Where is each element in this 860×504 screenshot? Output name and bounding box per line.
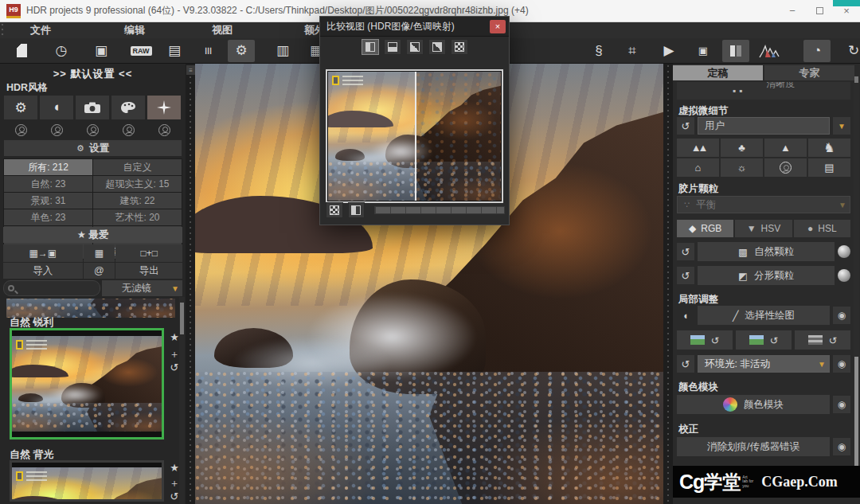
document-preset-button[interactable]: ▤ [808, 158, 850, 177]
panel-header[interactable]: >> 默认设置 << [0, 67, 186, 81]
zoom-slider[interactable] [374, 206, 505, 214]
collapse-left-panel-button[interactable]: ≡ [186, 65, 195, 75]
vertical-split-button[interactable] [362, 39, 379, 55]
zoom-pattern-button[interactable] [326, 202, 343, 218]
gallery-button[interactable]: ▤ [161, 40, 188, 62]
category-natural[interactable]: 自然: 23 [4, 176, 92, 192]
right-scrollbar-thumb[interactable] [854, 357, 858, 468]
fractal-grain-button[interactable]: ◩ 分形颗粒 [698, 266, 835, 285]
category-mono[interactable]: 单色: 23 [4, 209, 92, 225]
user-preset-button[interactable] [4, 121, 37, 139]
maximize-button[interactable] [806, 1, 833, 21]
style-gears-button[interactable]: ⚙ [4, 96, 37, 119]
menu-view[interactable]: 视图 [204, 23, 240, 37]
ambient-light-dropdown[interactable]: 环境光: 非活动 ▼ [698, 355, 830, 373]
style-contrast-button[interactable]: ◖ [40, 96, 73, 119]
filter-dropdown[interactable]: 无滤镜 ▼ [102, 280, 182, 296]
animal-preset-button[interactable]: ♞ [808, 139, 850, 157]
raw-button[interactable]: RAW [127, 40, 154, 62]
color-module-visibility-button[interactable]: ◉ [833, 396, 850, 413]
compare-preview[interactable] [326, 69, 503, 203]
architecture-preset-button[interactable]: ⌂ [677, 158, 719, 177]
composite-variant-3-button[interactable]: ↺ [795, 330, 850, 350]
micro-detail-dropdown-arrow[interactable]: ▼ [833, 117, 850, 135]
new-file-button[interactable] [8, 40, 35, 62]
wave-tool-button[interactable]: § [585, 40, 612, 62]
category-surreal[interactable]: 超现实主义: 15 [93, 176, 182, 192]
micro-detail-dropdown[interactable]: 用户 [698, 117, 830, 135]
clipped-slider-row[interactable]: ▪▪ 清晰度 [677, 82, 850, 100]
diagonal-split-alt-button[interactable] [428, 39, 446, 55]
preset-thumbnail-selected[interactable] [10, 328, 164, 440]
mode-hsl-button[interactable]: ●HSL [794, 220, 850, 237]
lamp-preset-button[interactable]: ☼ [721, 158, 763, 177]
category-landscape[interactable]: 景观: 31 [4, 193, 92, 209]
split-divider[interactable] [415, 72, 416, 201]
selective-draw-button[interactable]: ╱ 选择性绘图 [698, 306, 830, 325]
user-preset-button[interactable] [40, 121, 73, 139]
category-architecture[interactable]: 建筑: 22 [93, 193, 182, 209]
redo-button[interactable]: ↻ [840, 40, 860, 62]
split-view-button[interactable]: ▣ [689, 40, 716, 62]
play-button[interactable]: ▶ [655, 40, 682, 62]
mode-hsv-button[interactable]: ▼HSV [735, 220, 792, 237]
menu-file[interactable]: 文件 [22, 23, 59, 37]
composite-variant-2-button[interactable]: ↺ [736, 330, 792, 350]
panorama-button[interactable]: ⌗ [619, 40, 646, 62]
grain-sphere-icon[interactable] [838, 269, 850, 282]
ambient-visibility-button[interactable]: ◉ [833, 355, 850, 373]
scratch-removal-button[interactable]: 消除划痕/传感器错误 [677, 437, 830, 456]
style-palette-button[interactable] [111, 96, 145, 119]
refresh-icon[interactable]: ↺ [677, 117, 694, 135]
at-button[interactable]: @ [84, 263, 115, 279]
style-effects-button[interactable] [147, 96, 181, 119]
tab-finalize[interactable]: 定稿 [673, 65, 763, 80]
user-preset-button[interactable] [76, 121, 109, 139]
tab-expert[interactable]: 专家 [764, 65, 854, 80]
compare-view-button[interactable] [722, 40, 749, 62]
portrait-preset-button[interactable] [764, 158, 807, 177]
pattern-split-button[interactable] [451, 39, 468, 55]
preset-grid-button[interactable]: ▦ [84, 244, 115, 262]
settings-button[interactable]: ⚙ 设置 [4, 140, 182, 156]
category-artistic[interactable]: 艺术性: 20 [93, 209, 182, 225]
composite-variant-1-button[interactable]: ↺ [677, 330, 733, 350]
histogram-button[interactable] [756, 40, 783, 62]
refresh-icon[interactable]: ↺ [677, 267, 694, 284]
horizontal-split-button[interactable] [384, 39, 401, 55]
peak-preset-button[interactable]: ▲ [764, 139, 807, 157]
combine-presets-button[interactable]: □+□ [115, 244, 182, 262]
plant-preset-button[interactable]: ♣ [721, 139, 763, 157]
correction-visibility-button[interactable]: ◉ [833, 438, 850, 455]
preset-scrollbar-thumb[interactable] [180, 303, 184, 334]
selective-draw-visibility-button[interactable]: ◉ [833, 307, 850, 324]
color-module-button[interactable]: 颜色模块 [677, 395, 830, 414]
category-all[interactable]: 所有: 212 [4, 159, 92, 175]
export-label[interactable]: 导出 [115, 263, 182, 279]
post-processing-button[interactable]: ⚙ [228, 40, 255, 62]
batch-button[interactable]: ▣ [88, 40, 115, 62]
scrollbar-up-arrow[interactable] [854, 76, 858, 83]
mountains-preset-button[interactable]: ▲▲ [677, 139, 719, 157]
dialog-close-button[interactable]: × [490, 20, 506, 33]
brush-tools-button[interactable]: ≡ [194, 40, 221, 62]
refresh-icon[interactable]: ↺ [677, 243, 694, 260]
favorites-button[interactable]: ★ 最爱 [3, 227, 182, 243]
film-grain-dropdown[interactable]: ∵ 平衡 ▼ [677, 196, 850, 213]
minimize-button[interactable]: − [779, 1, 806, 21]
style-camera-button[interactable] [76, 96, 109, 119]
zoom-split-button[interactable] [348, 202, 366, 218]
timer-button[interactable]: ◔ [803, 40, 831, 62]
natural-grain-button[interactable]: ▩ 自然颗粒 [698, 242, 835, 261]
mode-rgb-button[interactable]: ◆RGB [677, 220, 733, 237]
left-panel-splitter[interactable] [186, 64, 195, 504]
right-panel-splitter[interactable] [663, 64, 673, 504]
import-presets-button[interactable]: ▦→▣ [3, 244, 83, 262]
dialog-title-bar[interactable]: 比较视图 (HDR图像/色调映射) × [320, 17, 509, 37]
menu-edit[interactable]: 编辑 [116, 23, 153, 37]
category-custom[interactable]: 自定义 [93, 159, 182, 175]
save-button[interactable]: ▥ [269, 40, 296, 62]
history-button[interactable]: ◷ [48, 40, 75, 62]
user-preset-button[interactable] [111, 121, 145, 139]
search-input[interactable] [3, 280, 100, 296]
